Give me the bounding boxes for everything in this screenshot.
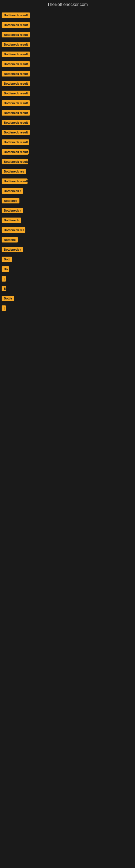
result-row: Bottleneck res [1, 166, 134, 176]
bottleneck-result-badge[interactable]: Bottleneck r [2, 188, 23, 194]
bottleneck-result-badge[interactable]: Bottleneck result [2, 61, 30, 67]
result-row: Bottleneck result [1, 10, 134, 20]
bottleneck-result-badge[interactable]: | [2, 305, 6, 311]
result-row: Bottleneck result [1, 50, 134, 59]
bottleneck-result-badge[interactable]: Bottle [2, 296, 14, 301]
bottleneck-result-badge[interactable]: Bott [2, 257, 12, 262]
results-container: Bottleneck resultBottleneck resultBottle… [0, 10, 135, 313]
bottleneck-result-badge[interactable]: Bottleneck res [2, 169, 26, 174]
bottleneck-result-badge[interactable]: Bottleneck result [2, 42, 30, 47]
bottleneck-result-badge[interactable]: Bottleneck result [2, 130, 30, 135]
result-row: Bottleneck r [1, 186, 134, 196]
result-row: Bottleneck result [1, 88, 134, 98]
result-row: Bottleneck result [1, 98, 134, 108]
result-row: Bottle [1, 293, 134, 303]
result-row: Bottleneck result [1, 137, 134, 147]
result-row: Bottlene [1, 235, 134, 245]
result-row: | [1, 274, 134, 284]
result-row: Bott [1, 254, 134, 264]
result-row: Bottleneck result [1, 20, 134, 30]
bottleneck-result-badge[interactable]: Bottleneck result [2, 110, 30, 116]
result-row: Bottleneck result [1, 147, 134, 157]
bottleneck-result-badge[interactable]: Bottleneck result [2, 100, 30, 106]
result-row: B [1, 284, 134, 293]
result-row: | [1, 303, 134, 313]
bottleneck-result-badge[interactable]: B [2, 286, 6, 291]
bottleneck-result-badge[interactable]: Bottleneck result [2, 71, 30, 76]
bottleneck-result-badge[interactable]: Bottleneck result [2, 32, 30, 37]
result-row: Bottleneck r [1, 206, 134, 215]
bottleneck-result-badge[interactable]: Bottleneck r [2, 208, 23, 213]
result-row: Bottleneck result [1, 59, 134, 69]
bottleneck-result-badge[interactable]: Bottleneck result [2, 52, 30, 57]
bottleneck-result-badge[interactable]: Bottleneck result [2, 12, 30, 18]
bottleneck-result-badge[interactable]: Bottleneck result [2, 91, 30, 96]
bottleneck-result-badge[interactable]: Bottleneck result [2, 179, 28, 184]
result-row: Bottleneck result [1, 127, 134, 137]
bottleneck-result-badge[interactable]: Bottlene [2, 237, 18, 243]
result-row: Bottleneck result [1, 157, 134, 166]
bottleneck-result-badge[interactable]: Bottlenec [2, 198, 19, 204]
result-row: Bottleneck r [1, 245, 134, 254]
bottleneck-result-badge[interactable]: Bottleneck result [2, 81, 30, 86]
site-title-text: TheBottlenecker.com [47, 2, 88, 7]
result-row: Bottleneck result [1, 79, 134, 88]
site-title: TheBottlenecker.com [0, 0, 135, 10]
result-row: Bottleneck [1, 215, 134, 225]
result-row: Bottleneck result [1, 108, 134, 118]
result-row: Bottleneck result [1, 69, 134, 79]
result-row: Bottleneck result [1, 30, 134, 40]
bottleneck-result-badge[interactable]: | [2, 276, 6, 282]
bottleneck-result-badge[interactable]: Bo [2, 267, 9, 272]
bottleneck-result-badge[interactable]: Bottleneck result [2, 140, 29, 145]
bottleneck-result-badge[interactable]: Bottleneck res [2, 227, 26, 233]
bottleneck-result-badge[interactable]: Bottleneck r [2, 247, 23, 252]
result-row: Bottlenec [1, 196, 134, 206]
result-row: Bottleneck result [1, 40, 134, 50]
bottleneck-result-badge[interactable]: Bottleneck [2, 218, 21, 223]
result-row: Bottleneck result [1, 118, 134, 127]
bottleneck-result-badge[interactable]: Bottleneck result [2, 149, 29, 155]
bottleneck-result-badge[interactable]: Bottleneck result [2, 22, 30, 28]
result-row: Bo [1, 264, 134, 274]
bottleneck-result-badge[interactable]: Bottleneck result [2, 120, 30, 125]
result-row: Bottleneck result [1, 176, 134, 186]
result-row: Bottleneck res [1, 225, 134, 235]
bottleneck-result-badge[interactable]: Bottleneck result [2, 159, 28, 164]
